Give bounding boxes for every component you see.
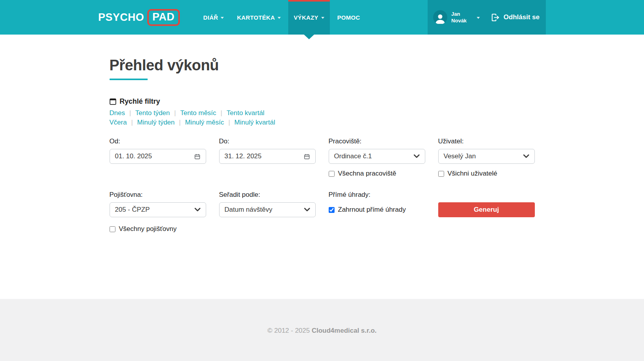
uzivatel-select[interactable]: Veselý Jan [438, 149, 535, 164]
main-nav: DIÁŘ KARTOTÉKA VÝKAZY POMOC [198, 0, 368, 35]
nav-item-label: POMOC [337, 14, 360, 21]
zahrnout-prime-uhrady-label: Zahrnout přímé úhrady [338, 206, 406, 214]
quick-filters-row-1: Dnes | Tento týden | Tento měsíc | Tento… [110, 108, 535, 117]
pracoviste-label: Pracoviště: [329, 137, 425, 145]
zahrnout-prime-uhrady-checkbox[interactable] [329, 207, 335, 213]
vsechna-pracoviste-checkbox-row: Všechna pracoviště [329, 170, 425, 178]
user-last-name: Novák [451, 17, 467, 24]
main-content: Přehled výkonů Rychlé filtry Dnes | Tent… [0, 35, 644, 299]
uzivatel-selected-value: Veselý Jan [444, 152, 523, 160]
field-do: Do: 31. 12. 2025 [219, 137, 316, 178]
separator: | [129, 108, 131, 117]
prime-uhrady-label: Přímé úhrady: [329, 191, 425, 199]
nav-item-diar[interactable]: DIÁŘ [198, 0, 230, 35]
navbar-container: PSYCHO PAD DIÁŘ KARTOTÉKA VÝKAZY POMOC [98, 0, 546, 35]
filter-link-dnes[interactable]: Dnes [110, 108, 125, 117]
calendar-picker-icon[interactable] [304, 153, 310, 160]
vsechna-pracoviste-checkbox[interactable] [329, 171, 335, 177]
separator: | [131, 118, 133, 127]
chevron-down-icon [304, 208, 310, 212]
calendar-icon [110, 98, 116, 105]
filter-link-tento-kvartal[interactable]: Tento kvartál [227, 108, 264, 117]
nav-item-pomoc[interactable]: POMOC [332, 0, 366, 35]
chevron-down-icon [194, 208, 201, 212]
logout-label: Odhlásit se [503, 13, 540, 21]
separator: | [179, 118, 181, 127]
person-icon [434, 13, 446, 24]
calendar-picker-icon[interactable] [194, 153, 201, 160]
field-prime-uhrady: Přímé úhrady: Zahrnout přímé úhrady [329, 191, 425, 233]
filter-link-minuly-kvartal[interactable]: Minulý kvartál [234, 118, 275, 127]
user-first-name: Jan [451, 11, 467, 17]
serazeni-selected-value: Datum návštěvy [225, 206, 304, 214]
separator: | [228, 118, 230, 127]
vsechna-pracoviste-label: Všechna pracoviště [338, 170, 396, 178]
pracoviste-select[interactable]: Ordinace č.1 [329, 149, 425, 164]
caret-down-icon [278, 17, 281, 19]
logo-text-psycho: PSYCHO [98, 11, 144, 24]
field-pracoviste: Pracoviště: Ordinace č.1 Všechna pracovi… [329, 137, 425, 178]
app-logo[interactable]: PSYCHO PAD [98, 0, 180, 35]
filter-link-minuly-mesic[interactable]: Minulý měsíc [185, 118, 224, 127]
field-pojistovna: Pojišťovna: 205 - ČPZP Všechny pojišťovn… [110, 191, 206, 233]
pojistovna-select[interactable]: 205 - ČPZP [110, 202, 206, 217]
page-footer: © 2012 - 2025 Cloud4medical s.r.o. [0, 299, 644, 361]
logout-button[interactable]: Odhlásit se [491, 0, 540, 35]
field-uzivatel: Uživatel: Veselý Jan Všichni uživatelé [438, 137, 535, 178]
field-od: Od: 01. 10. 2025 [110, 137, 206, 178]
pojistovna-label: Pojišťovna: [110, 191, 206, 199]
date-from-value: 01. 10. 2025 [115, 152, 194, 160]
separator: | [221, 108, 222, 117]
pracoviste-selected-value: Ordinace č.1 [334, 152, 413, 160]
quick-filters-header: Rychlé filtry [110, 97, 535, 106]
do-label: Do: [219, 137, 316, 145]
vsechny-pojistovny-label: Všechny pojišťovny [119, 225, 177, 233]
filter-link-minuly-tyden[interactable]: Minulý týden [137, 118, 174, 127]
vsichni-uzivatele-checkbox-row: Všichni uživatelé [438, 170, 535, 178]
caret-down-icon [221, 17, 224, 19]
navbar-user-section: Jan Novák Odhlásit se [428, 0, 546, 35]
vsechny-pojistovny-checkbox[interactable] [110, 226, 115, 232]
pojistovna-selected-value: 205 - ČPZP [115, 206, 194, 214]
separator: | [174, 108, 176, 117]
report-filter-form: Od: 01. 10. 2025 Do: 31. 12. 2025 [110, 137, 535, 233]
logo-text-pad: PAD [147, 9, 180, 26]
user-menu[interactable]: Jan Novák [433, 0, 480, 35]
uzivatel-label: Uživatel: [438, 137, 535, 145]
logout-icon [491, 13, 500, 22]
vsichni-uzivatele-label: Všichni uživatelé [448, 170, 498, 178]
filter-link-tento-mesic[interactable]: Tento měsíc [180, 108, 216, 117]
serazeni-select[interactable]: Datum návštěvy [219, 202, 316, 217]
field-serazeni: Seřadit podle: Datum návštěvy [219, 191, 316, 233]
od-label: Od: [110, 137, 206, 145]
quick-filters: Rychlé filtry Dnes | Tento týden | Tento… [110, 97, 535, 127]
date-from-input[interactable]: 01. 10. 2025 [110, 149, 206, 164]
field-generate: Generuj [438, 191, 535, 233]
top-navbar: PSYCHO PAD DIÁŘ KARTOTÉKA VÝKAZY POMOC [0, 0, 644, 35]
chevron-down-icon [523, 154, 529, 158]
nav-item-label: KARTOTÉKA [237, 14, 275, 21]
nav-item-kartoteka[interactable]: KARTOTÉKA [231, 0, 286, 35]
user-name: Jan Novák [451, 11, 467, 24]
filter-link-tento-tyden[interactable]: Tento týden [135, 108, 170, 117]
vsichni-uzivatele-checkbox[interactable] [438, 171, 444, 177]
quick-filters-heading: Rychlé filtry [120, 97, 160, 106]
date-to-input[interactable]: 31. 12. 2025 [219, 149, 316, 164]
company-name: Cloud4medical s.r.o. [312, 327, 377, 334]
nav-item-label: VÝKAZY [294, 14, 318, 21]
title-underline [110, 79, 148, 80]
page-title: Přehled výkonů [110, 57, 535, 74]
caret-down-icon [477, 17, 480, 19]
date-to-value: 31. 12. 2025 [225, 152, 304, 160]
caret-down-icon [321, 17, 324, 19]
chevron-down-icon [413, 154, 420, 158]
vsechny-pojistovny-checkbox-row: Všechny pojišťovny [110, 225, 206, 233]
filter-link-vcera[interactable]: Včera [110, 118, 127, 127]
user-avatar-icon [433, 10, 447, 24]
nav-item-label: DIÁŘ [203, 14, 218, 21]
copyright-text: © 2012 - 2025 [267, 327, 310, 334]
generate-button[interactable]: Generuj [438, 202, 535, 217]
zahrnout-prime-uhrady-checkbox-row: Zahrnout přímé úhrady [329, 202, 425, 217]
nav-item-vykazy[interactable]: VÝKAZY [288, 0, 330, 35]
serazeni-label: Seřadit podle: [219, 191, 316, 199]
